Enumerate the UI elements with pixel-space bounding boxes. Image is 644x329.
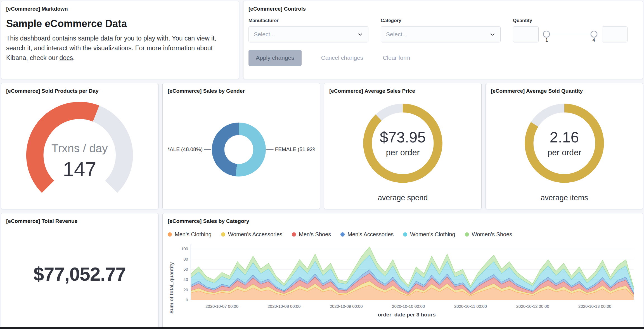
y-tick-label: 20 <box>183 287 188 292</box>
goal-unit-label: per order <box>386 147 420 157</box>
goal-caption: average spend <box>329 194 476 204</box>
category-placeholder: Select... <box>386 31 407 38</box>
y-tick-label: 40 <box>183 277 188 282</box>
panel-controls: [eCommerce] Controls Manufacturer Select… <box>243 1 643 79</box>
panel-title-controls[interactable]: [eCommerce] Controls <box>248 6 638 12</box>
panel-title-sales-by-category[interactable]: [eCommerce] Sales by Category <box>168 218 638 225</box>
quantity-label: Quantity <box>513 18 628 23</box>
chevron-down-icon <box>357 32 363 37</box>
window-bottom-edge <box>0 327 644 329</box>
sales-by-category-area-chart[interactable]: 0204060801002020-10-07 00:002020-10-08 0… <box>176 242 638 311</box>
total-revenue-metric: $77,052.77 <box>34 263 126 285</box>
legend-label: Men's Shoes <box>299 231 331 238</box>
panel-title-average-sold-quantity[interactable]: [eCommerce] Average Sold Quantity <box>491 88 638 94</box>
panel-title-total-revenue[interactable]: [eCommerce] Total Revenue <box>6 218 153 225</box>
manufacturer-control: Manufacturer Select... <box>248 18 368 42</box>
average-quantity-goal-chart: 2.16 per order <box>517 96 612 191</box>
male-slice-label: MALE (48.08%) <box>168 146 203 152</box>
legend-label: Men's Accessories <box>347 231 394 238</box>
controls-buttons-row: Apply changes Cancel changes Clear form <box>248 50 638 66</box>
y-tick-label: 100 <box>181 246 188 251</box>
quantity-control: Quantity 1 4 <box>513 18 628 42</box>
gauge-chart-area: Trxns / day 147 <box>6 94 153 204</box>
x-tick-label: 2020-10-11 00:00 <box>454 304 487 309</box>
x-tick-label: 2020-10-12 00:00 <box>516 304 549 309</box>
pie-slice-male[interactable] <box>218 129 239 170</box>
x-axis-label: order_date per 3 hours <box>176 312 638 318</box>
slider-track <box>544 34 597 34</box>
y-tick-label: 60 <box>183 267 188 271</box>
y-tick-label: 0 <box>186 297 188 302</box>
area-chart-wrap: Sum of total_quantity 0204060801002020-1… <box>168 242 638 323</box>
cancel-changes-button[interactable]: Cancel changes <box>321 54 363 61</box>
panel-sales-by-gender: [eCommerce] Sales by Gender MALE (48.08%… <box>162 83 320 209</box>
goal-unit-label: per order <box>548 147 581 157</box>
category-select[interactable]: Select... <box>381 26 501 42</box>
chevron-down-icon <box>490 32 495 37</box>
quantity-min-input[interactable] <box>513 26 539 42</box>
metric-area: $77,052.77 <box>6 225 153 323</box>
legend-label: Men's Clothing <box>175 231 212 238</box>
x-tick-label: 2020-10-08 00:00 <box>267 304 300 309</box>
legend-dot-icon <box>403 232 407 237</box>
average-price-goal-chart: $73.95 per order <box>355 96 450 191</box>
quantity-range-slider[interactable]: 1 4 <box>544 26 597 42</box>
gauge-value: 147 <box>63 158 96 180</box>
panel-title-average-sales-price[interactable]: [eCommerce] Average Sales Price <box>329 88 476 94</box>
dashboard: [eCommerce] Markdown Sample eCommerce Da… <box>0 0 644 329</box>
panel-average-sold-quantity: [eCommerce] Average Sold Quantity 2.16 p… <box>486 83 643 209</box>
panel-title-sold-products[interactable]: [eCommerce] Sold Products per Day <box>6 88 153 94</box>
clear-form-button[interactable]: Clear form <box>383 54 410 61</box>
slider-min-label: 1 <box>545 37 548 43</box>
pie-slice-female[interactable] <box>236 129 259 170</box>
quantity-max-input[interactable] <box>602 26 628 42</box>
panel-average-sales-price: [eCommerce] Average Sales Price $73.95 p… <box>324 83 482 209</box>
panel-title-sales-by-gender[interactable]: [eCommerce] Sales by Gender <box>168 88 315 94</box>
quantity-row: 1 4 <box>513 26 628 42</box>
category-control: Category Select... <box>381 18 501 42</box>
gender-donut-chart: MALE (48.08%) FEMALE (51.92%) <box>168 113 315 186</box>
goal-value: 2.16 <box>550 129 579 146</box>
controls-row: Manufacturer Select... Category Select..… <box>248 18 638 42</box>
legend-item[interactable]: Men's Shoes <box>292 231 331 238</box>
panel-markdown: [eCommerce] Markdown Sample eCommerce Da… <box>1 1 239 79</box>
x-tick-label: 2020-10-10 00:00 <box>392 304 425 309</box>
y-tick-label: 80 <box>183 257 188 261</box>
manufacturer-select[interactable]: Select... <box>248 26 368 42</box>
manufacturer-label: Manufacturer <box>248 18 368 23</box>
female-slice-label: FEMALE (51.92%) <box>275 146 315 152</box>
apply-changes-button[interactable]: Apply changes <box>248 50 302 66</box>
panel-sales-by-category: [eCommerce] Sales by Category Men's Clot… <box>162 213 643 328</box>
panel-title-markdown[interactable]: [eCommerce] Markdown <box>6 6 234 12</box>
legend-label: Women's Shoes <box>472 231 512 238</box>
panel-sold-products-per-day: [eCommerce] Sold Products per Day Trxns … <box>1 83 158 209</box>
y-axis-label: Sum of total_quantity <box>168 242 176 323</box>
docs-link[interactable]: docs <box>60 54 73 61</box>
markdown-heading: Sample eCommerce Data <box>6 18 234 30</box>
markdown-text-end: . <box>73 54 75 61</box>
markdown-text: This dashboard contains sample data for … <box>6 35 216 61</box>
slider-handle-min[interactable] <box>543 31 550 37</box>
legend-dot-icon <box>340 232 345 237</box>
legend-item[interactable]: Men's Clothing <box>168 231 212 238</box>
trxns-per-day-gauge: Trxns / day 147 <box>16 95 143 204</box>
legend-label: Women's Accessories <box>228 231 283 238</box>
goal-caption: average items <box>491 194 638 204</box>
legend-dot-icon <box>465 232 469 237</box>
legend-dot-icon <box>221 232 225 237</box>
x-tick-label: 2020-10-09 00:00 <box>330 304 363 309</box>
slider-handle-max[interactable] <box>591 31 597 37</box>
x-tick-label: 2020-10-07 00:00 <box>205 304 238 309</box>
legend-item[interactable]: Men's Accessories <box>340 231 394 238</box>
panel-total-revenue: [eCommerce] Total Revenue $77,052.77 <box>1 213 158 328</box>
legend-item[interactable]: Women's Shoes <box>465 231 512 238</box>
x-tick-label: 2020-10-13 00:00 <box>578 304 611 309</box>
manufacturer-placeholder: Select... <box>254 31 275 38</box>
legend-dot-icon <box>292 232 296 237</box>
slider-max-label: 4 <box>593 37 595 43</box>
legend-item[interactable]: Women's Accessories <box>221 231 283 238</box>
legend-item[interactable]: Women's Clothing <box>403 231 455 238</box>
legend-dot-icon <box>168 232 172 237</box>
quantity-chart-area: 2.16 per order <box>491 94 638 192</box>
markdown-body: This dashboard contains sample data for … <box>6 34 230 63</box>
